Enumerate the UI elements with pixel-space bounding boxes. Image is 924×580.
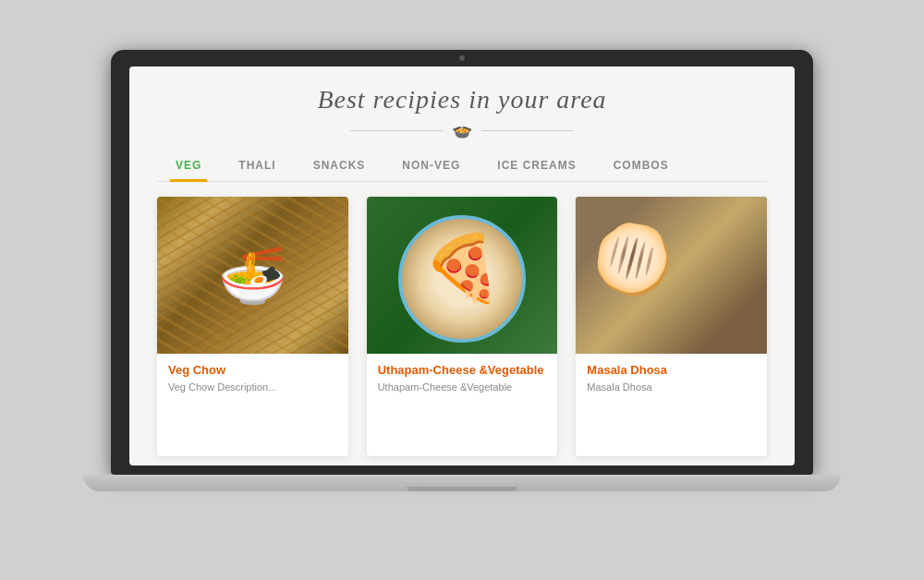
- cards-container: Veg Chow Veg Chow Description... Uthapam…: [157, 197, 767, 456]
- tab-thali[interactable]: THALI: [220, 151, 294, 181]
- card-image-veg-chow: [157, 197, 348, 354]
- tab-snacks[interactable]: SNACKS: [295, 151, 384, 181]
- card-title-uthapam: Uthapam-Cheese &Vegetable: [378, 363, 547, 377]
- laptop-screen: Best recipies in your area 🍲 VEG THALI S…: [129, 66, 795, 465]
- page-title: Best recipies in your area: [157, 85, 767, 115]
- laptop-base: [83, 475, 841, 491]
- card-title-veg-chow: Veg Chow: [168, 363, 337, 377]
- card-image-uthapam: [367, 197, 558, 354]
- tab-combos[interactable]: COMBOS: [595, 151, 687, 181]
- card-masala-dhosa[interactable]: Masala Dhosa Masala Dhosa: [576, 197, 767, 456]
- card-body-masala-dhosa: Masala Dhosa Masala Dhosa: [576, 354, 767, 456]
- card-body-uthapam: Uthapam-Cheese &Vegetable Uthapam-Cheese…: [367, 354, 558, 456]
- divider-line-right: [481, 130, 574, 131]
- tab-ice-creams[interactable]: ICE CREAMS: [479, 151, 594, 181]
- divider: 🍲: [157, 120, 767, 140]
- card-desc-masala-dhosa: Masala Dhosa: [587, 381, 756, 394]
- screen-content: Best recipies in your area 🍲 VEG THALI S…: [129, 66, 795, 465]
- card-uthapam[interactable]: Uthapam-Cheese &Vegetable Uthapam-Cheese…: [367, 197, 558, 456]
- laptop-container: Best recipies in your area 🍲 VEG THALI S…: [102, 50, 822, 530]
- laptop-bezel: Best recipies in your area 🍲 VEG THALI S…: [111, 50, 813, 475]
- card-desc-veg-chow: Veg Chow Description...: [168, 381, 337, 394]
- card-veg-chow[interactable]: Veg Chow Veg Chow Description...: [157, 197, 348, 456]
- nav-tabs: VEG THALI SNACKS NON-VEG ICE CREAMS COMB…: [157, 151, 767, 182]
- divider-line-left: [350, 130, 443, 131]
- tab-veg[interactable]: VEG: [157, 151, 220, 181]
- laptop-camera: [459, 55, 465, 61]
- card-body-veg-chow: Veg Chow Veg Chow Description...: [157, 354, 348, 456]
- header-section: Best recipies in your area 🍲: [157, 85, 767, 144]
- card-image-masala-dhosa: [576, 197, 767, 354]
- card-title-masala-dhosa: Masala Dhosa: [587, 363, 756, 377]
- bowl-icon: 🍲: [452, 120, 472, 140]
- card-desc-uthapam: Uthapam-Cheese &Vegetable: [378, 381, 547, 394]
- tab-non-veg[interactable]: NON-VEG: [383, 151, 479, 181]
